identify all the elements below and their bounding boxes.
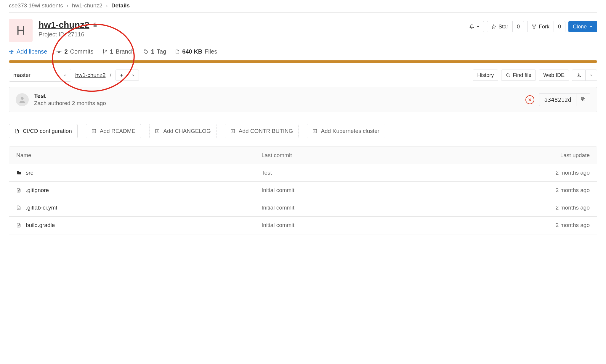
fork-icon	[532, 24, 536, 29]
search-icon	[506, 73, 510, 78]
svg-point-8	[103, 53, 104, 54]
tag-icon	[143, 49, 149, 54]
web-ide-button[interactable]: Web IDE	[539, 70, 569, 81]
file-name-label: .gitignore	[26, 187, 49, 194]
language-bar	[9, 60, 597, 63]
svg-point-4	[58, 51, 60, 52]
file-table: Name Last commit Last update srcTest2 mo…	[9, 146, 597, 234]
project-title[interactable]: hw1-chunz2	[39, 20, 89, 30]
file-last-update: 2 months ago	[507, 170, 590, 176]
path-separator: /	[110, 72, 111, 78]
star-button[interactable]: Star	[487, 21, 512, 32]
file-name-label: .gitlab-ci.yml	[26, 204, 57, 211]
chevron-down-icon	[132, 73, 135, 77]
cicd-config-button[interactable]: CI/CD configuration	[9, 124, 78, 138]
history-button[interactable]: History	[473, 70, 498, 81]
table-row[interactable]: .gitlab-ci.ymlInitial commit2 months ago	[9, 199, 597, 217]
file-last-commit[interactable]: Initial commit	[262, 187, 507, 194]
download-icon	[576, 73, 581, 78]
file-last-update: 2 months ago	[507, 222, 590, 228]
svg-point-9	[106, 50, 107, 51]
file-last-commit[interactable]: Initial commit	[262, 222, 507, 228]
commit-title[interactable]: Test	[34, 93, 106, 99]
file-name-label: build.gradle	[26, 222, 55, 228]
chevron-down-icon	[590, 74, 593, 77]
scale-icon	[9, 49, 14, 54]
add-readme-button[interactable]: Add README	[86, 124, 141, 138]
star-icon	[491, 24, 496, 29]
ci-status-failed-icon[interactable]	[525, 95, 534, 104]
author-avatar[interactable]	[16, 93, 29, 106]
file-last-update: 2 months ago	[507, 204, 590, 211]
notification-dropdown[interactable]	[465, 21, 484, 32]
file-last-commit[interactable]: Test	[262, 170, 507, 176]
folder-icon	[16, 170, 22, 175]
breadcrumb-sep: ›	[106, 2, 108, 9]
file-icon	[16, 205, 22, 210]
commits-stat[interactable]: 2 Commits	[56, 48, 93, 55]
file-icon	[16, 188, 22, 193]
tags-stat[interactable]: 1 Tag	[143, 48, 166, 55]
add-file-dropdown[interactable]	[116, 70, 139, 81]
svg-point-2	[535, 25, 536, 25]
file-last-update: 2 months ago	[507, 187, 590, 194]
add-kubernetes-button[interactable]: Add Kubernetes cluster	[307, 124, 385, 138]
path-root-link[interactable]: hw1-chunz2	[75, 72, 105, 78]
commit-sha[interactable]: a348212d	[539, 94, 576, 106]
add-changelog-button[interactable]: Add CHANGELOG	[149, 124, 217, 138]
svg-line-14	[509, 76, 510, 77]
table-row[interactable]: .gitignoreInitial commit2 months ago	[9, 182, 597, 199]
files-stat[interactable]: 640 KB Files	[175, 48, 217, 55]
plus-square-icon	[155, 129, 160, 133]
file-icon	[15, 128, 19, 134]
svg-point-13	[506, 74, 509, 76]
breadcrumb-current: Details	[111, 2, 130, 9]
svg-point-15	[21, 97, 23, 99]
star-count[interactable]: 0	[512, 21, 524, 32]
add-contributing-button[interactable]: Add CONTRIBUTING	[225, 124, 299, 138]
chevron-down-icon	[589, 25, 593, 28]
table-row[interactable]: build.gradleInitial commit2 months ago	[9, 217, 597, 234]
table-row[interactable]: srcTest2 months ago	[9, 164, 597, 182]
branch-select[interactable]: master	[9, 69, 71, 82]
star-label: Star	[498, 24, 508, 30]
chevron-down-icon	[477, 25, 480, 28]
chevron-down-icon	[63, 73, 67, 77]
plus-square-icon	[92, 129, 96, 133]
breadcrumb-group[interactable]: cse373 19wi students	[9, 2, 63, 9]
lock-icon	[92, 22, 98, 28]
file-last-commit[interactable]: Initial commit	[262, 204, 507, 211]
fork-button[interactable]: Fork	[527, 21, 554, 32]
project-id: Project ID: 27116	[39, 31, 98, 38]
add-license-link[interactable]: Add license	[9, 48, 47, 55]
svg-point-3	[534, 28, 535, 29]
branch-icon	[102, 49, 108, 54]
fork-label: Fork	[539, 24, 549, 30]
file-name-label: src	[26, 170, 33, 176]
find-file-button[interactable]: Find file	[501, 70, 536, 81]
svg-point-10	[145, 50, 145, 51]
clone-button[interactable]: Clone	[568, 21, 597, 32]
file-icon	[16, 223, 22, 228]
file-icon	[175, 49, 180, 54]
latest-commit-card: Test Zach authored 2 months ago a348212d	[9, 87, 597, 112]
download-dropdown[interactable]	[572, 70, 597, 81]
branches-stat[interactable]: 1 Branch	[102, 48, 134, 55]
copy-sha-button[interactable]	[576, 94, 590, 106]
svg-point-1	[533, 25, 533, 25]
project-avatar: H	[9, 19, 33, 42]
svg-marker-0	[492, 25, 496, 28]
breadcrumb: cse373 19wi students › hw1-chunz2 › Deta…	[9, 0, 597, 13]
breadcrumb-project[interactable]: hw1-chunz2	[72, 2, 102, 9]
bell-icon	[469, 24, 474, 29]
plus-icon	[119, 73, 124, 78]
commit-icon	[56, 49, 62, 55]
copy-icon	[581, 96, 586, 102]
commit-author-line: Zach authored 2 months ago	[34, 100, 106, 107]
clone-label: Clone	[573, 24, 587, 30]
plus-square-icon	[230, 129, 235, 133]
plus-square-icon	[312, 129, 317, 133]
svg-point-7	[103, 49, 104, 50]
breadcrumb-sep: ›	[67, 2, 68, 9]
fork-count[interactable]: 0	[554, 21, 565, 32]
